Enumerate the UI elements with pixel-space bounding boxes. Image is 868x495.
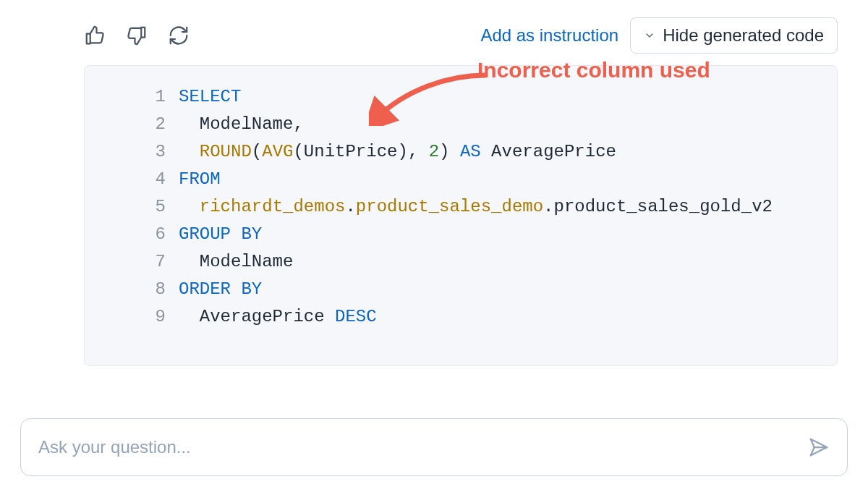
code-content: FROM — [179, 166, 822, 193]
code-line: 8ORDER BY — [99, 276, 822, 303]
line-number: 3 — [99, 138, 179, 166]
code-content: GROUP BY — [179, 221, 822, 248]
code-content: ModelName — [179, 248, 822, 276]
code-line: 1SELECT — [99, 83, 822, 111]
question-input-row — [20, 418, 848, 476]
code-content: SELECT — [179, 83, 822, 111]
line-number: 5 — [99, 193, 179, 221]
code-content: ModelName, — [179, 111, 822, 138]
hide-generated-code-button[interactable]: Hide generated code — [630, 17, 838, 54]
code-line: 9 AveragePrice DESC — [99, 303, 822, 331]
code-content: AveragePrice DESC — [179, 303, 822, 331]
regenerate-icon[interactable] — [168, 25, 190, 46]
code-content: richardt_demos.product_sales_demo.produc… — [179, 193, 822, 221]
hide-code-label: Hide generated code — [663, 25, 824, 46]
add-as-instruction-link[interactable]: Add as instruction — [480, 25, 618, 46]
code-line: 7 ModelName — [99, 248, 822, 276]
line-number: 6 — [99, 221, 179, 248]
toolbar-actions: Add as instruction Hide generated code — [480, 17, 838, 54]
line-number: 4 — [99, 166, 179, 193]
line-number: 8 — [99, 276, 179, 303]
feedback-buttons — [84, 25, 190, 46]
response-toolbar: Add as instruction Hide generated code — [84, 17, 838, 54]
code-line: 3 ROUND(AVG(UnitPrice), 2) AS AveragePri… — [99, 138, 822, 166]
code-line: 2 ModelName, — [99, 111, 822, 138]
line-number: 1 — [99, 83, 179, 111]
send-icon[interactable] — [808, 436, 830, 458]
line-number: 2 — [99, 111, 179, 138]
thumbs-down-icon[interactable] — [126, 25, 148, 46]
thumbs-up-icon[interactable] — [84, 25, 106, 46]
chevron-down-icon — [644, 30, 655, 41]
code-content: ROUND(AVG(UnitPrice), 2) AS AveragePrice — [179, 138, 822, 166]
generated-code-block: 1SELECT2 ModelName,3 ROUND(AVG(UnitPrice… — [84, 65, 838, 366]
line-number: 7 — [99, 248, 179, 276]
code-line: 4FROM — [99, 166, 822, 193]
line-number: 9 — [99, 303, 179, 331]
code-line: 6GROUP BY — [99, 221, 822, 248]
code-line: 5 richardt_demos.product_sales_demo.prod… — [99, 193, 822, 221]
code-content: ORDER BY — [179, 276, 822, 303]
question-input[interactable] — [38, 437, 808, 457]
